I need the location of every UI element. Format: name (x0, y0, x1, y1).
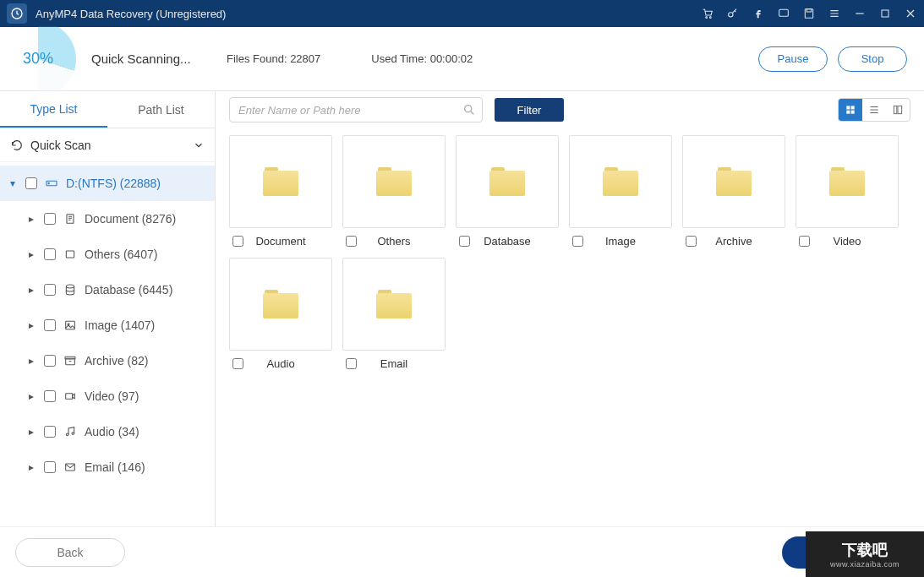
chevron-right-icon: ▸ (25, 213, 37, 225)
facebook-icon[interactable] (752, 7, 765, 20)
svg-rect-16 (65, 357, 75, 359)
category-checkbox[interactable] (44, 248, 56, 260)
category-checkbox[interactable] (44, 426, 56, 438)
folder-checkbox[interactable] (799, 236, 810, 247)
category-label: Video (97) (85, 389, 139, 403)
folder-card-document[interactable] (229, 135, 332, 228)
category-label: Database (6445) (85, 283, 172, 297)
svg-point-3 (729, 13, 733, 17)
category-archive[interactable]: ▸ Archive (82) (0, 343, 215, 378)
folder-checkbox[interactable] (686, 236, 697, 247)
chevron-down-icon (193, 139, 205, 151)
close-icon[interactable] (904, 7, 917, 20)
svg-rect-5 (805, 9, 812, 19)
chevron-right-icon: ▸ (25, 426, 37, 438)
tab-path-list[interactable]: Path List (107, 91, 215, 128)
folder-label: Audio (229, 357, 332, 370)
chevron-right-icon: ▸ (25, 390, 37, 402)
category-checkbox[interactable] (44, 461, 56, 473)
folder-checkbox[interactable] (572, 236, 583, 247)
folder-checkbox[interactable] (232, 236, 243, 247)
drive-checkbox[interactable] (25, 177, 37, 189)
category-video[interactable]: ▸ Video (97) (0, 378, 215, 414)
svg-point-9 (48, 182, 49, 183)
svg-rect-22 (846, 106, 850, 109)
svg-rect-26 (894, 106, 897, 113)
folder-checkbox[interactable] (346, 236, 357, 247)
view-list-icon[interactable] (862, 99, 886, 121)
svg-point-18 (66, 433, 68, 436)
folder-card-email[interactable] (342, 258, 446, 351)
search-input[interactable] (229, 97, 483, 122)
svg-point-19 (72, 433, 74, 435)
filter-button[interactable]: Filter (495, 98, 564, 122)
used-time: Used Time: 00:00:02 (371, 52, 473, 65)
folder-label: Others (342, 235, 446, 248)
view-detail-icon[interactable] (886, 99, 910, 121)
category-label: Image (1407) (85, 318, 155, 332)
watermark-text: 下载吧 (842, 540, 888, 560)
menu-icon[interactable] (828, 7, 841, 20)
chevron-right-icon: ▸ (25, 248, 37, 260)
folder-card-audio[interactable] (229, 258, 332, 351)
category-label: Email (146) (85, 460, 145, 474)
category-others[interactable]: ▸ Others (6407) (0, 237, 215, 272)
category-checkbox[interactable] (44, 284, 56, 296)
category-label: Others (6407) (85, 248, 157, 261)
audio-icon (63, 425, 78, 438)
folder-card-image[interactable] (569, 135, 672, 228)
category-checkbox[interactable] (44, 319, 56, 331)
minimize-icon[interactable] (853, 7, 867, 20)
svg-point-1 (706, 17, 708, 19)
view-grid-icon[interactable] (839, 99, 862, 121)
category-checkbox[interactable] (44, 213, 56, 225)
scanning-status: Quick Scanning... (91, 52, 210, 66)
status-bar: 30% Quick Scanning... Files Found: 22807… (0, 27, 924, 91)
tree: ▾ D:(NTFS) (22888) ▸ Document (8276) ▸ O… (0, 162, 215, 526)
folder-card-others[interactable] (342, 135, 446, 228)
folder-icon (716, 167, 752, 196)
quick-scan-row[interactable]: Quick Scan (0, 128, 215, 162)
category-label: Document (8276) (85, 212, 176, 226)
key-icon[interactable] (726, 7, 740, 20)
folder-checkbox[interactable] (346, 358, 357, 369)
category-image[interactable]: ▸ Image (1407) (0, 308, 215, 343)
folder-icon (376, 290, 412, 318)
folder-checkbox[interactable] (459, 236, 470, 247)
category-audio[interactable]: ▸ Audio (34) (0, 414, 215, 449)
stop-button[interactable]: Stop (838, 46, 907, 72)
app-logo (7, 3, 27, 24)
folder-icon (489, 167, 525, 196)
category-checkbox[interactable] (44, 390, 56, 402)
cart-icon[interactable] (701, 7, 714, 20)
pause-button[interactable]: Pause (758, 46, 828, 72)
drive-icon (44, 177, 59, 190)
search-icon (462, 103, 476, 117)
svg-rect-17 (66, 394, 73, 400)
folder-card-video[interactable] (796, 135, 899, 228)
tab-type-list[interactable]: Type List (0, 91, 107, 128)
drive-row[interactable]: ▾ D:(NTFS) (22888) (0, 166, 215, 201)
chevron-right-icon: ▸ (25, 461, 37, 473)
category-document[interactable]: ▸ Document (8276) (0, 201, 215, 237)
folder-label: Video (796, 235, 899, 248)
folder-card-database[interactable] (456, 135, 559, 228)
category-database[interactable]: ▸ Database (6445) (0, 272, 215, 308)
folder-label: Database (456, 235, 559, 248)
refresh-icon (10, 139, 24, 152)
email-icon (63, 460, 78, 474)
category-email[interactable]: ▸ Email (146) (0, 449, 215, 485)
maximize-icon[interactable] (878, 7, 892, 20)
svg-rect-27 (898, 106, 902, 113)
folder-checkbox[interactable] (232, 358, 243, 369)
category-label: Archive (82) (85, 354, 148, 367)
svg-rect-7 (882, 10, 888, 17)
content: Filter Document Others Database (216, 91, 924, 526)
category-checkbox[interactable] (44, 355, 56, 367)
feedback-icon[interactable] (777, 7, 790, 20)
folder-card-archive[interactable] (682, 135, 785, 228)
folder-label: Archive (682, 235, 785, 248)
view-toggle (838, 98, 910, 122)
back-button[interactable]: Back (15, 538, 125, 567)
save-icon[interactable] (802, 7, 816, 20)
